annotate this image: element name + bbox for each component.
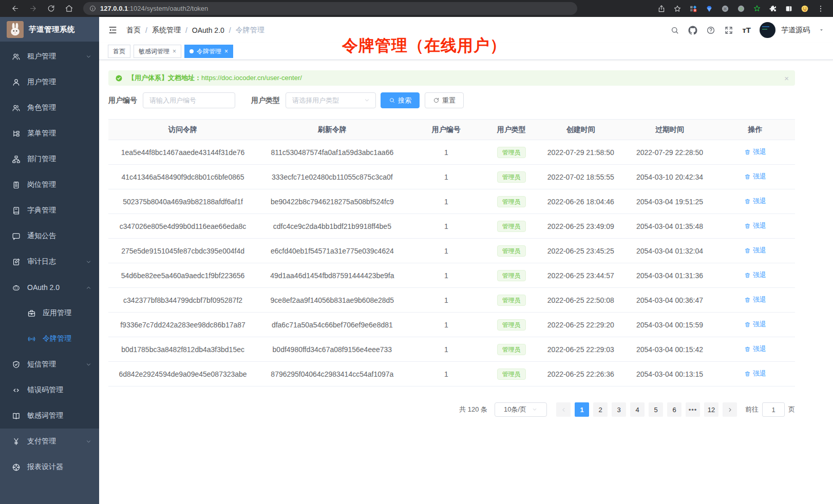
sidebar-fold-icon[interactable] bbox=[108, 25, 118, 35]
force-logout-button[interactable]: 强退 bbox=[744, 320, 766, 329]
user-avatar[interactable] bbox=[760, 22, 775, 38]
page-button-1[interactable]: 1 bbox=[575, 402, 589, 417]
extensions-grid-icon[interactable]: 9 bbox=[687, 3, 699, 14]
puzzle-icon[interactable] bbox=[767, 3, 779, 14]
breadcrumb-item[interactable]: OAuth 2.0 bbox=[192, 26, 224, 34]
access-token-cell: f9336e7c7dd242a283ee98dc86b17a87 bbox=[108, 313, 257, 337]
next-page-button[interactable] bbox=[723, 402, 737, 417]
force-logout-button[interactable]: 强退 bbox=[744, 197, 766, 206]
refresh-token-cell: 811c530487574fa0af1a59d3abc1aa66 bbox=[257, 140, 407, 165]
sidebar-item-department[interactable]: 部门管理 bbox=[0, 146, 99, 172]
breadcrumb-item[interactable]: 系统管理 bbox=[152, 26, 181, 35]
rabbit-logo-icon bbox=[7, 21, 24, 38]
fullscreen-icon[interactable] bbox=[724, 26, 733, 35]
force-logout-button[interactable]: 强退 bbox=[744, 344, 766, 354]
font-size-icon[interactable]: ᴛT bbox=[742, 26, 751, 34]
search-button[interactable]: 搜索 bbox=[381, 92, 420, 108]
chevron-down-icon bbox=[85, 53, 92, 60]
user-id-cell: 1 bbox=[407, 214, 485, 239]
user-type-badge: 管理员 bbox=[497, 221, 526, 232]
caret-down-icon[interactable] bbox=[819, 27, 824, 33]
token-table: 访问令牌刷新令牌用户编号用户类型创建时间过期时间操作 1ea5e44f8bc14… bbox=[108, 119, 795, 386]
star-icon[interactable] bbox=[671, 3, 684, 14]
trash-icon bbox=[744, 297, 751, 303]
force-logout-button[interactable]: 强退 bbox=[744, 246, 766, 255]
green-star-icon[interactable] bbox=[751, 3, 763, 14]
sidebar-item-role[interactable]: 角色管理 bbox=[0, 95, 99, 121]
force-logout-button[interactable]: 强退 bbox=[744, 221, 766, 230]
reset-button[interactable]: 重置 bbox=[425, 92, 464, 108]
sidebar-item-audit-log[interactable]: 审计日志 bbox=[0, 249, 99, 275]
alert-close-icon[interactable]: × bbox=[784, 74, 789, 83]
page-button-2[interactable]: 2 bbox=[593, 402, 608, 417]
sidebar-item-error-code[interactable]: 错误码管理 bbox=[0, 377, 99, 403]
sidebar-item-oauth2[interactable]: OAuth 2.0 bbox=[0, 275, 99, 300]
doc-link[interactable]: https://doc.iocoder.cn/user-center/ bbox=[201, 74, 302, 82]
sidebar-item-tenant[interactable]: 租户管理 bbox=[0, 44, 99, 69]
created-at-cell: 2022-06-25 22:29:20 bbox=[538, 313, 624, 337]
app-logo[interactable]: 芋道管理系统 bbox=[0, 17, 99, 42]
tab-令牌管理[interactable]: 令牌管理× bbox=[184, 45, 233, 58]
split-view-icon[interactable] bbox=[783, 3, 795, 14]
page-button-3[interactable]: 3 bbox=[612, 402, 626, 417]
tab-close-icon[interactable]: × bbox=[173, 48, 176, 54]
expires-at-cell: 2054-03-04 01:32:04 bbox=[624, 239, 715, 263]
home-icon[interactable] bbox=[65, 4, 73, 13]
username[interactable]: 芋道源码 bbox=[781, 26, 810, 35]
search-icon[interactable] bbox=[670, 26, 679, 35]
github-icon[interactable] bbox=[688, 26, 697, 35]
goto-page-input[interactable] bbox=[762, 402, 785, 417]
sidebar-item-label: 支付管理 bbox=[27, 437, 56, 446]
emoji-face-icon[interactable] bbox=[799, 3, 811, 14]
force-logout-button[interactable]: 强退 bbox=[744, 147, 766, 157]
sidebar-item-label: 租户管理 bbox=[27, 52, 56, 61]
prev-page-button[interactable] bbox=[556, 402, 571, 417]
sidebar-item-label: 应用管理 bbox=[43, 308, 71, 318]
user-type-select[interactable]: 请选择用户类型 bbox=[286, 92, 376, 108]
page-button-6[interactable]: 6 bbox=[667, 402, 681, 417]
help-icon[interactable] bbox=[706, 26, 715, 35]
page-button-4[interactable]: 4 bbox=[630, 402, 645, 417]
overflow-menu-icon[interactable] bbox=[815, 3, 827, 14]
user-type-cell: 管理员 bbox=[485, 362, 538, 386]
sidebar-item-report[interactable]: 报表设计器 bbox=[0, 454, 99, 480]
url-bar[interactable]: 127.0.0.1:1024/system/oauth2/token bbox=[83, 2, 577, 15]
browser-toolbar: 127.0.0.1:1024/system/oauth2/token 9⌘ bbox=[0, 0, 833, 17]
reload-icon[interactable] bbox=[47, 4, 55, 13]
page-size-select[interactable]: 10条/页 bbox=[495, 402, 547, 417]
table-row: 1ea5e44f8bc1467aaede43144f31de76811c5304… bbox=[108, 140, 795, 165]
sidebar-item-oauth2-app[interactable]: 应用管理 bbox=[0, 300, 99, 326]
sidebar-item-sensitive-word[interactable]: 敏感词管理 bbox=[0, 403, 99, 429]
page-button-5[interactable]: 5 bbox=[649, 402, 663, 417]
tab-close-icon[interactable]: × bbox=[224, 48, 228, 54]
back-icon[interactable] bbox=[11, 4, 20, 13]
page-ellipsis[interactable]: ••• bbox=[686, 402, 700, 417]
sidebar-item-user[interactable]: 用户管理 bbox=[0, 69, 99, 95]
sidebar-item-notice[interactable]: 通知公告 bbox=[0, 223, 99, 249]
tab-敏感词管理[interactable]: 敏感词管理× bbox=[134, 45, 181, 58]
table-row: 6d842e2924594de9a09e45e087323abe8796295f… bbox=[108, 362, 795, 386]
user-id-input[interactable] bbox=[143, 92, 235, 108]
sidebar-item-menu[interactable]: 菜单管理 bbox=[0, 121, 99, 146]
share-icon[interactable] bbox=[655, 3, 668, 14]
svg-text:⌘: ⌘ bbox=[723, 6, 727, 11]
sidebar-item-dictionary[interactable]: 字典管理 bbox=[0, 198, 99, 223]
record-circle-icon[interactable] bbox=[735, 3, 747, 14]
force-logout-button[interactable]: 强退 bbox=[744, 369, 766, 378]
breadcrumb-item[interactable]: 首页 bbox=[126, 26, 141, 35]
force-logout-button[interactable]: 强退 bbox=[744, 270, 766, 280]
sidebar-item-post[interactable]: 岗位管理 bbox=[0, 172, 99, 198]
tab-首页[interactable]: 首页 bbox=[108, 45, 130, 58]
force-logout-button[interactable]: 强退 bbox=[744, 172, 766, 181]
info-icon[interactable] bbox=[89, 5, 96, 12]
force-logout-button[interactable]: 强退 bbox=[744, 295, 766, 304]
sidebar-item-sms[interactable]: 短信管理 bbox=[0, 352, 99, 377]
table-header-row: 访问令牌刷新令牌用户编号用户类型创建时间过期时间操作 bbox=[108, 120, 795, 140]
sidebar-item-oauth2-token[interactable]: 令牌管理 bbox=[0, 326, 99, 352]
action-cell: 强退 bbox=[715, 288, 795, 313]
sidebar-item-pay[interactable]: 支付管理 bbox=[0, 429, 99, 454]
page-button-12[interactable]: 12 bbox=[704, 402, 718, 417]
gem-icon[interactable] bbox=[703, 3, 715, 14]
command-circle-icon[interactable]: ⌘ bbox=[719, 3, 731, 14]
forward-icon[interactable] bbox=[29, 4, 37, 13]
